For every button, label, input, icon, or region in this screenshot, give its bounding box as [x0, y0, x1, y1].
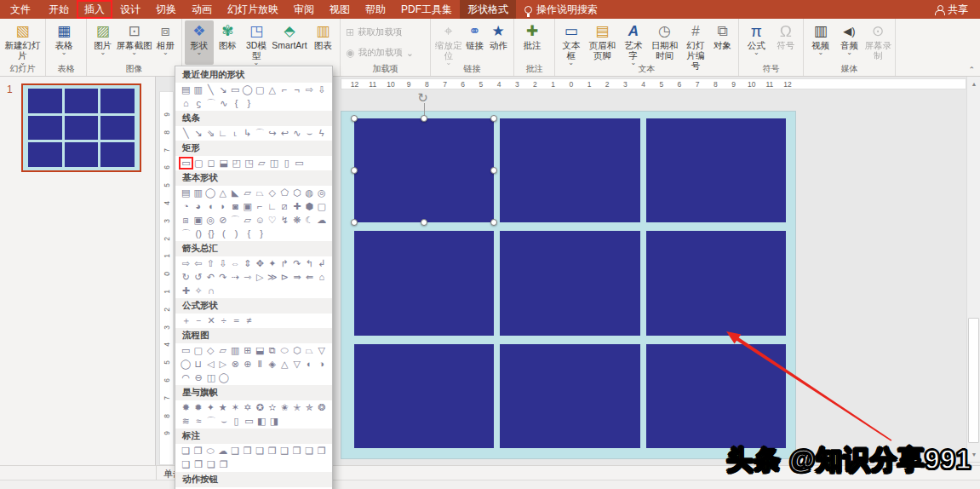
shape-item[interactable]: ▤: [180, 187, 192, 198]
shape-item[interactable]: △: [278, 359, 291, 370]
resize-handle[interactable]: [490, 167, 497, 174]
collapse-ribbon-button[interactable]: ⌃: [968, 66, 975, 74]
shape-item[interactable]: ◙: [229, 201, 242, 212]
grid-rectangle[interactable]: [500, 344, 639, 448]
shape-item[interactable]: ∿: [291, 128, 304, 139]
shape-item[interactable]: ✫: [266, 402, 279, 413]
shape-item[interactable]: ✶: [229, 402, 242, 413]
shape-item[interactable]: ◍: [303, 187, 316, 198]
shape-item[interactable]: ❒: [242, 446, 255, 457]
shape-item[interactable]: ↘: [217, 84, 230, 95]
shape-item[interactable]: ↺: [192, 272, 205, 283]
shape-item[interactable]: ❂: [316, 402, 329, 413]
wordart-button[interactable]: A 艺术字 ⌄: [620, 20, 646, 66]
shape-item[interactable]: ⇛: [291, 272, 304, 283]
grid-rectangle[interactable]: [500, 118, 639, 222]
shape-item[interactable]: ⬭: [278, 345, 291, 356]
share-button[interactable]: 共享: [923, 3, 980, 17]
shape-item[interactable]: ✦: [204, 402, 217, 413]
shape-item[interactable]: ≫: [266, 272, 279, 283]
shape-item[interactable]: △: [266, 84, 279, 95]
shape-item-rectangle[interactable]: ▭: [180, 158, 192, 169]
shape-item[interactable]: (): [192, 228, 205, 239]
shape-item[interactable]: ⌂: [180, 98, 192, 109]
shape-item[interactable]: ▭: [180, 345, 192, 356]
shape-item[interactable]: ↻: [180, 272, 192, 283]
shape-item[interactable]: ▢: [316, 201, 329, 212]
shape-item[interactable]: ↳: [242, 128, 255, 139]
grid-rectangle[interactable]: [646, 344, 786, 448]
shape-item-rectangle[interactable]: ▭: [293, 158, 306, 169]
shape-item[interactable]: △: [217, 187, 230, 198]
shape-item[interactable]: ¬: [291, 84, 304, 95]
shape-item[interactable]: ⌂: [316, 272, 329, 283]
shape-item[interactable]: ❏: [180, 446, 192, 457]
scrollbar-thumb[interactable]: [968, 318, 979, 443]
header-footer-button[interactable]: ▤ 页眉和页脚: [584, 20, 620, 65]
shape-item[interactable]: ▱: [242, 215, 255, 226]
tab-transitions[interactable]: 切换: [148, 0, 184, 19]
shape-item[interactable]: ▭: [229, 84, 242, 95]
shape-item[interactable]: ◧: [255, 416, 268, 427]
shape-item[interactable]: ↷: [217, 272, 230, 283]
shapes-button[interactable]: ❖ 形状 ⌄: [185, 20, 214, 65]
vertical-scrollbar[interactable]: ▲ ▼ ▲ ▼: [966, 77, 980, 480]
shape-item[interactable]: ⬓: [254, 345, 266, 356]
tab-animations[interactable]: 动画: [184, 0, 220, 19]
shape-item[interactable]: ⌒: [180, 228, 192, 239]
resize-handle[interactable]: [351, 115, 358, 122]
shape-item[interactable]: ✚: [291, 201, 304, 212]
shape-item[interactable]: ◎: [316, 187, 329, 198]
shape-item[interactable]: ↘: [192, 128, 205, 139]
shape-item[interactable]: ◠: [180, 372, 192, 383]
shape-item[interactable]: ❑: [278, 446, 291, 457]
chart-button[interactable]: ▥ 图表: [308, 20, 337, 65]
shape-item[interactable]: }: [255, 228, 268, 239]
photo-album-button[interactable]: ⧈ 相册 ⌄: [152, 20, 180, 65]
date-time-button[interactable]: ◷ 日期和时间: [646, 20, 682, 65]
action-button[interactable]: ★ 动作: [485, 20, 511, 65]
shape-item[interactable]: ▷: [254, 272, 266, 283]
shape-item[interactable]: ☺: [254, 215, 266, 226]
shape-item[interactable]: ❐: [217, 459, 230, 470]
shape-item[interactable]: ϛ: [192, 98, 205, 109]
shape-item[interactable]: ★: [217, 402, 230, 413]
tab-file[interactable]: 文件: [0, 0, 41, 19]
tell-me-search[interactable]: 操作说明搜索: [516, 3, 606, 17]
shape-item[interactable]: ✪: [254, 402, 266, 413]
shape-item[interactable]: ▷: [217, 359, 230, 370]
shape-item[interactable]: ⏢: [303, 345, 316, 356]
tab-insert[interactable]: 插入: [77, 0, 112, 19]
shape-item[interactable]: ⇚: [303, 272, 316, 283]
shape-item-rectangle[interactable]: ⬓: [217, 158, 230, 169]
shape-item[interactable]: ❋: [291, 215, 304, 226]
shape-item-rectangle[interactable]: ◻: [205, 158, 218, 169]
shape-item[interactable]: ϟ: [316, 128, 329, 139]
shape-item[interactable]: ◨: [268, 416, 281, 427]
shape-item[interactable]: ◯: [217, 372, 230, 383]
shape-item[interactable]: ◇: [266, 187, 279, 198]
shape-item[interactable]: ≋: [180, 416, 192, 427]
shape-item[interactable]: ∩: [205, 285, 218, 296]
symbol-button[interactable]: Ω 符号: [771, 20, 801, 65]
shape-item[interactable]: ☾: [303, 215, 316, 226]
shape-item[interactable]: ⏢: [254, 187, 266, 198]
shape-item-rectangle[interactable]: ◰: [230, 158, 243, 169]
shape-item[interactable]: ⧈: [180, 215, 192, 226]
shape-item[interactable]: ❏: [205, 459, 218, 470]
shape-item-rectangle[interactable]: ▯: [280, 158, 293, 169]
shape-item[interactable]: ✯: [303, 402, 316, 413]
shape-item[interactable]: ◕: [192, 201, 205, 212]
resize-handle[interactable]: [351, 167, 358, 174]
shape-item[interactable]: ⇩: [217, 258, 230, 269]
shape-item[interactable]: ✚: [180, 285, 192, 296]
shape-item[interactable]: ▱: [242, 187, 255, 198]
shape-item[interactable]: ∿: [217, 98, 230, 109]
shape-item[interactable]: ◯: [180, 359, 192, 370]
shape-item[interactable]: ⊗: [229, 359, 242, 370]
shape-item[interactable]: ⊘: [217, 215, 230, 226]
tab-help[interactable]: 帮助: [358, 0, 393, 19]
shape-item[interactable]: ＝: [230, 315, 243, 326]
table-button[interactable]: ▦ 表格 ⌄: [49, 20, 79, 65]
shape-item[interactable]: ↱: [278, 258, 291, 269]
